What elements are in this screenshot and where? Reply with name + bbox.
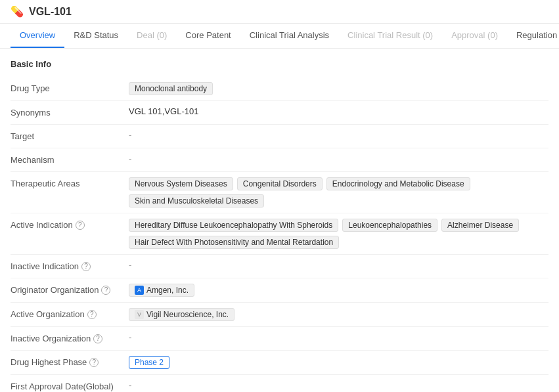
- ai-tag-3: Alzheimer Disease: [441, 219, 519, 232]
- inactive-indication-value: -: [129, 260, 548, 270]
- synonyms-value: VGL 101,VGL-101: [129, 106, 548, 116]
- active-org-row: Active Organization ? V Vigil Neuroscien…: [11, 303, 548, 327]
- originator-org-help-icon[interactable]: ?: [101, 286, 110, 295]
- drug-highest-phase-row: Drug Highest Phase ? Phase 2: [11, 351, 548, 375]
- drug-type-tag: Monoclonal antibody: [129, 82, 213, 95]
- tab-rd-status[interactable]: R&D Status: [64, 24, 127, 48]
- mechanism-row: Mechanism -: [11, 148, 548, 172]
- originator-org-value: A Amgen, Inc.: [129, 284, 548, 297]
- inactive-indication-row: Inactive Indication ? -: [11, 255, 548, 278]
- synonyms-row: Synonyms VGL 101,VGL-101: [11, 101, 548, 125]
- drug-type-row: Drug Type Monoclonal antibody: [11, 77, 548, 101]
- active-org-label: Active Organization ?: [11, 308, 129, 319]
- inactive-org-value: -: [129, 332, 548, 342]
- inactive-indication-dash: -: [129, 260, 131, 270]
- inactive-org-label: Inactive Organization ?: [11, 332, 129, 343]
- first-approval-date-label: First Approval Date(Global): [11, 380, 129, 391]
- inactive-org-help-icon[interactable]: ?: [93, 334, 102, 343]
- navigation-tabs: Overview R&D Status Deal (0) Core Patent…: [0, 24, 559, 49]
- tab-regulation[interactable]: Regulation: [507, 24, 559, 48]
- originator-org-label: Originator Organization ?: [11, 284, 129, 295]
- basic-info-section-title: Basic Info: [11, 59, 548, 69]
- target-value: -: [129, 130, 548, 140]
- active-org-value: V Vigil Neuroscience, Inc.: [129, 308, 548, 321]
- ai-tag-4: Hair Defect With Photosensitivity and Me…: [129, 236, 339, 249]
- first-approval-date-row: First Approval Date(Global) -: [11, 375, 548, 392]
- active-indication-label: Active Indication ?: [11, 219, 129, 230]
- first-approval-date-dash: -: [129, 380, 131, 390]
- drug-highest-phase-help-icon[interactable]: ?: [89, 358, 99, 367]
- inactive-indication-label: Inactive Indication ?: [11, 260, 129, 271]
- drug-type-label: Drug Type: [11, 82, 129, 93]
- active-org-tag[interactable]: V Vigil Neuroscience, Inc.: [129, 308, 235, 321]
- ta-tag-1: Nervous System Diseases: [129, 177, 233, 190]
- page-title: VGL-101: [29, 6, 72, 18]
- drug-type-value: Monoclonal antibody: [129, 82, 548, 95]
- amgen-icon: A: [135, 286, 144, 295]
- originator-org-tag[interactable]: A Amgen, Inc.: [129, 284, 194, 297]
- active-indication-row: Active Indication ? Hereditary Diffuse L…: [11, 213, 548, 255]
- ta-tag-2: Congenital Disorders: [237, 177, 323, 190]
- tab-deal: Deal (0): [127, 24, 176, 48]
- mechanism-value: -: [129, 154, 548, 163]
- synonyms-text: VGL 101,VGL-101: [129, 106, 198, 116]
- tab-approval: Approval (0): [442, 24, 507, 48]
- inactive-org-dash: -: [129, 332, 131, 342]
- ta-tag-4: Skin and Musculoskeletal Diseases: [129, 194, 264, 207]
- page-header: 💊 VGL-101: [0, 0, 559, 24]
- amgen-name: Amgen, Inc.: [146, 286, 189, 295]
- therapeutic-areas-value: Nervous System Diseases Congenital Disor…: [129, 177, 548, 207]
- target-dash: -: [129, 130, 131, 140]
- therapeutic-areas-label: Therapeutic Areas: [11, 177, 129, 188]
- inactive-indication-help-icon[interactable]: ?: [81, 262, 91, 271]
- phase-tag: Phase 2: [129, 356, 169, 369]
- mechanism-label: Mechanism: [11, 154, 129, 165]
- therapeutic-areas-row: Therapeutic Areas Nervous System Disease…: [11, 172, 548, 213]
- drug-highest-phase-value: Phase 2: [129, 356, 548, 369]
- target-label: Target: [11, 130, 129, 141]
- ai-tag-2: Leukoencephalopathies: [342, 219, 437, 232]
- ta-tag-3: Endocrinology and Metabolic Disease: [326, 177, 470, 190]
- pill-icon: 💊: [11, 5, 24, 18]
- first-approval-date-value: -: [129, 380, 548, 390]
- active-indication-help-icon[interactable]: ?: [76, 221, 85, 230]
- active-indication-value: Hereditary Diffuse Leukoencephalopathy W…: [129, 219, 548, 249]
- vigil-name: Vigil Neuroscience, Inc.: [146, 310, 229, 319]
- main-content: Basic Info Drug Type Monoclonal antibody…: [0, 49, 559, 392]
- synonyms-label: Synonyms: [11, 106, 129, 118]
- vigil-icon: V: [135, 310, 144, 319]
- tab-overview[interactable]: Overview: [11, 24, 64, 48]
- drug-highest-phase-label: Drug Highest Phase ?: [11, 356, 129, 367]
- inactive-org-row: Inactive Organization ? -: [11, 327, 548, 351]
- ai-tag-1: Hereditary Diffuse Leukoencephalopathy W…: [129, 219, 338, 232]
- active-org-help-icon[interactable]: ?: [87, 310, 97, 319]
- target-row: Target -: [11, 125, 548, 148]
- tab-clinical-trial-analysis[interactable]: Clinical Trial Analysis: [240, 24, 338, 48]
- tab-clinical-trial-result: Clinical Trial Result (0): [338, 24, 442, 48]
- tab-core-patent[interactable]: Core Patent: [176, 24, 240, 48]
- mechanism-dash: -: [129, 154, 131, 163]
- originator-org-row: Originator Organization ? A Amgen, Inc.: [11, 278, 548, 303]
